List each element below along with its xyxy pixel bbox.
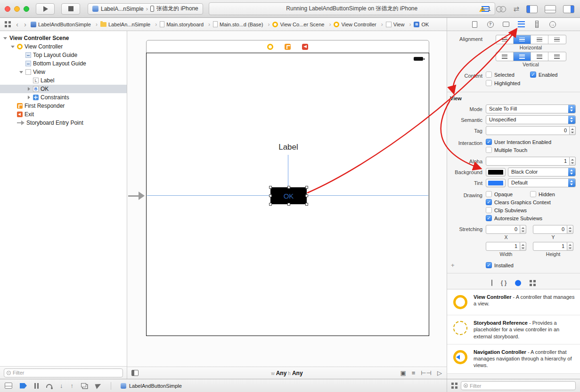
alpha-stepper[interactable]	[570, 157, 576, 166]
selection-handle[interactable]	[305, 203, 308, 206]
stretch-y-stepper[interactable]	[567, 225, 573, 234]
document-outline-toggle-icon[interactable]	[131, 370, 139, 376]
breakpoints-toggle-icon[interactable]	[20, 383, 27, 389]
tint-popup[interactable]: Default	[508, 178, 576, 187]
close-window-button[interactable]	[5, 6, 10, 12]
exit-dock-icon[interactable]	[302, 44, 308, 50]
stretch-x-stepper[interactable]	[520, 225, 526, 234]
alpha-field[interactable]: 1	[486, 157, 570, 166]
outline-filter-input[interactable]	[13, 370, 120, 376]
autoresize-subviews-checkbox[interactable]	[486, 215, 492, 221]
semantic-popup[interactable]: Unspecified	[486, 115, 576, 124]
user-interaction-checkbox[interactable]	[486, 139, 492, 145]
multiple-touch-checkbox[interactable]	[486, 147, 492, 153]
step-over-icon[interactable]	[46, 384, 52, 388]
file-inspector-tab[interactable]	[471, 21, 479, 28]
clears-graphics-checkbox[interactable]	[486, 199, 492, 205]
connections-inspector-tab[interactable]	[549, 21, 556, 28]
selection-handle[interactable]	[287, 186, 290, 189]
ok-button-canvas[interactable]: OK	[270, 187, 307, 204]
debug-area-toggle-icon[interactable]	[5, 383, 12, 389]
stretch-width-stepper[interactable]	[520, 242, 526, 251]
library-grid-icon[interactable]	[451, 383, 454, 385]
simulate-location-icon[interactable]	[95, 382, 102, 389]
valign-center-segment[interactable]	[514, 52, 531, 61]
embed-in-stack-icon[interactable]: ▣	[400, 369, 406, 376]
outline-row-view[interactable]: View	[0, 68, 127, 76]
stretch-height-stepper[interactable]	[567, 242, 573, 251]
library-filter-input[interactable]	[470, 383, 573, 389]
valign-top-segment[interactable]	[496, 52, 514, 61]
disclosure-open-icon[interactable]	[3, 37, 7, 40]
toggle-debug-area-icon[interactable]	[545, 5, 556, 13]
stretch-width-field[interactable]: 1	[486, 242, 520, 251]
mode-popup[interactable]: Scale To Fill	[486, 104, 576, 113]
minimize-window-button[interactable]	[14, 6, 20, 12]
stretch-height-field[interactable]: 1	[533, 242, 567, 251]
background-color-well[interactable]	[486, 168, 506, 176]
selection-handle[interactable]	[305, 194, 308, 197]
code-snippet-library-icon[interactable]	[501, 280, 507, 286]
scheme-selector[interactable]: LabelA...nSimple 张德龙的 iPhone	[88, 3, 203, 15]
outline-row-label[interactable]: Label	[0, 76, 127, 85]
canvas-label[interactable]: Label	[274, 143, 302, 152]
breadcrumb-project[interactable]: LabelAndButtonSimple	[31, 21, 98, 28]
align-icon[interactable]: ≡	[412, 369, 416, 376]
toggle-utilities-icon[interactable]	[563, 5, 574, 13]
step-into-icon[interactable]: ↓	[60, 383, 63, 389]
standard-editor-icon[interactable]	[482, 6, 489, 12]
back-icon[interactable]: ‹	[15, 20, 20, 28]
breadcrumb-scene[interactable]: View Co...er Scene	[272, 21, 331, 28]
forward-icon[interactable]: ›	[23, 20, 28, 28]
installed-checkbox[interactable]	[486, 262, 492, 268]
disclosure-closed-icon[interactable]	[28, 96, 30, 99]
outline-row-view-controller[interactable]: View Controller	[0, 42, 127, 51]
version-editor-icon[interactable]	[513, 5, 519, 13]
opaque-checkbox[interactable]	[486, 191, 492, 197]
view-hierarchy-icon[interactable]	[81, 383, 86, 387]
outline-row-top-layout-guide[interactable]: Top Layout Guide	[0, 51, 127, 59]
background-popup[interactable]: Black Color	[508, 168, 576, 176]
first-responder-dock-icon[interactable]	[285, 44, 291, 50]
file-template-library-icon[interactable]	[491, 280, 492, 286]
selection-handle[interactable]	[269, 186, 272, 189]
library-item-view-controller[interactable]: View Controller - A controller that mana…	[447, 289, 580, 315]
hidden-checkbox[interactable]	[530, 191, 536, 197]
tag-field[interactable]: 0	[486, 126, 570, 135]
breadcrumb-storyboard[interactable]: Main.storyboard	[160, 21, 210, 28]
align-left-segment[interactable]	[496, 35, 514, 44]
outline-filter-field[interactable]	[4, 368, 123, 377]
align-center-segment[interactable]	[514, 35, 531, 44]
identity-inspector-tab[interactable]	[502, 21, 510, 28]
disclosure-open-icon[interactable]	[19, 71, 23, 73]
object-library-icon[interactable]	[515, 280, 521, 286]
library-item-storyboard-reference[interactable]: Storyboard Reference - Provides a placeh…	[447, 315, 580, 344]
media-library-icon[interactable]	[530, 280, 532, 282]
zoom-window-button[interactable]	[24, 6, 29, 12]
outline-row-constraints[interactable]: Constraints	[0, 93, 127, 102]
quick-help-inspector-tab[interactable]	[487, 21, 494, 28]
disclosure-open-icon[interactable]	[11, 46, 15, 48]
resolve-issues-icon[interactable]: ▷	[437, 369, 442, 376]
assistant-editor-icon[interactable]	[496, 6, 506, 12]
breadcrumb-group[interactable]: LabelAn...nSimple	[100, 21, 157, 28]
library-item-navigation-controller[interactable]: Navigation Controller - A controller tha…	[447, 344, 580, 374]
size-inspector-tab[interactable]	[533, 21, 541, 28]
breadcrumb-view[interactable]: View	[386, 21, 411, 28]
selection-handle[interactable]	[269, 203, 272, 206]
library-filter-field[interactable]	[461, 381, 576, 390]
related-items-icon[interactable]	[5, 21, 7, 24]
toggle-navigator-icon[interactable]	[526, 5, 538, 13]
outline-row-ok-button[interactable]: OK	[0, 85, 127, 93]
breadcrumb-storyboard-base[interactable]: Main.sto...d (Base)	[213, 21, 270, 28]
selection-handle[interactable]	[305, 186, 308, 189]
valign-bottom-segment[interactable]	[531, 52, 548, 61]
view-controller-view[interactable]: Label OK	[146, 53, 429, 336]
selected-checkbox[interactable]	[486, 72, 492, 78]
storyboard-entry-point-arrow[interactable]	[128, 192, 146, 200]
stretch-x-field[interactable]: 0	[486, 225, 520, 234]
outline-row-bottom-layout-guide[interactable]: Bottom Layout Guide	[0, 59, 127, 68]
pin-icon[interactable]: ⊢⊣	[421, 369, 432, 376]
breadcrumb-button[interactable]: OK	[414, 22, 433, 27]
step-out-icon[interactable]: ↑	[71, 383, 74, 389]
